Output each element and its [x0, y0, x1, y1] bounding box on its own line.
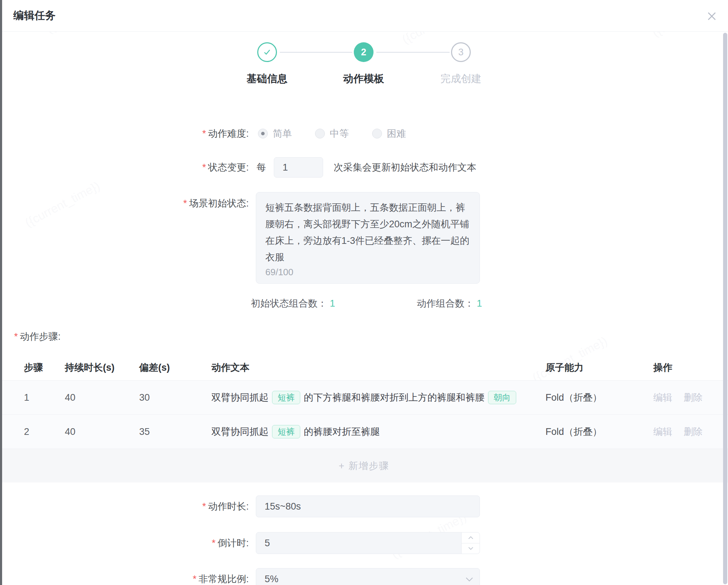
cell-action-text: 双臂协同抓起短裤的裤腰对折至裤腿 [211, 425, 545, 439]
unusual-ratio-row: *非常规比例: 5% [0, 568, 728, 585]
cell-deviation: 35 [139, 426, 211, 437]
action-steps-table: 步骤 持续时长(s) 偏差(s) 动作文本 原子能力 操作 1 40 30 双臂… [0, 355, 728, 482]
col-action-text: 动作文本 [211, 361, 545, 374]
add-step-row: + 新增步骤 [0, 449, 728, 482]
step2-circle: 2 [354, 42, 374, 62]
radio-selected-icon [258, 129, 268, 138]
dialog-body: 2 3 基础信息 动作模板 完成创建 *动作难度: 简单 中等 困难 *状态变更… [0, 42, 728, 585]
decrement-icon[interactable] [462, 543, 480, 554]
radio-icon [315, 129, 325, 138]
action-combo-count: 动作组合数：1 [417, 297, 482, 310]
char-counter: 69/100 [265, 267, 294, 278]
table-row: 1 40 30 双臂协同抓起短裤的下方裤腿和裤腰对折到上方的裤腿和裤腰朝向 Fo… [0, 381, 728, 415]
stepper: 2 3 基础信息 动作模板 完成创建 [0, 42, 728, 92]
col-atomic-ability: 原子能力 [545, 361, 653, 374]
step2-label: 动作模板 [318, 72, 409, 86]
unusual-ratio-label: *非常规比例: [0, 573, 249, 585]
action-steps-section-label: *动作步骤: [0, 330, 728, 344]
step1-done-check-icon [257, 42, 277, 62]
action-combo-value: 1 [477, 298, 482, 309]
table-header-row: 步骤 持续时长(s) 偏差(s) 动作文本 原子能力 操作 [0, 355, 728, 381]
object-tag: 短裤 [272, 425, 300, 439]
cell-duration: 40 [65, 426, 139, 437]
cell-deviation: 30 [139, 392, 211, 403]
step-connector [280, 52, 352, 53]
increment-icon[interactable] [462, 532, 480, 543]
add-step-button[interactable]: + 新增步骤 [339, 460, 389, 472]
state-change-prefix: 每 [257, 161, 266, 174]
step3-circle: 3 [451, 42, 471, 62]
orientation-tag: 朝向 [488, 391, 516, 405]
dialog-header: 编辑任务 [0, 0, 728, 32]
cell-atomic-ability: Fold（折叠） [545, 391, 653, 404]
state-change-input[interactable]: 1 [274, 157, 323, 178]
required-asterisk: * [193, 574, 197, 584]
table-row: 2 40 35 双臂协同抓起短裤的裤腰对折至裤腿 Fold（折叠） 编辑删除 [0, 415, 728, 449]
step3-label: 完成创建 [415, 72, 507, 86]
page-edge-strip [0, 0, 2, 585]
initial-state-value: 短裤五条数据背面朝上，五条数据正面朝上，裤腰朝右，离头部视野下方至少20cm之外… [265, 199, 470, 266]
countdown-label: *倒计时: [0, 537, 249, 549]
difficulty-row: *动作难度: 简单 中等 困难 [0, 126, 728, 141]
initial-state-label: *场景初始状态: [0, 197, 249, 210]
cell-action-text: 双臂协同抓起短裤的下方裤腿和裤腰对折到上方的裤腿和裤腰朝向 [211, 391, 545, 405]
col-duration: 持续时长(s) [65, 361, 139, 374]
state-change-suffix: 次采集会更新初始状态和动作文本 [334, 161, 476, 174]
initial-state-row: *场景初始状态: 短裤五条数据背面朝上，五条数据正面朝上，裤腰朝右，离头部视野下… [0, 192, 728, 284]
col-step: 步骤 [24, 361, 65, 374]
edit-link[interactable]: 编辑 [653, 426, 672, 437]
cell-step: 1 [24, 392, 65, 403]
state-change-label: *状态变更: [0, 161, 249, 174]
required-asterisk: * [183, 198, 187, 209]
radio-medium[interactable]: 中等 [315, 127, 349, 140]
required-asterisk: * [202, 128, 206, 139]
cell-step: 2 [24, 426, 65, 437]
step-connector [376, 52, 450, 53]
required-asterisk: * [212, 538, 216, 548]
cell-duration: 40 [65, 392, 139, 403]
countdown-input[interactable]: 5 [256, 532, 480, 554]
number-stepper [461, 532, 480, 554]
unusual-ratio-select[interactable]: 5% [256, 568, 480, 585]
radio-icon [372, 129, 382, 138]
object-tag: 短裤 [272, 391, 300, 405]
dialog-title: 编辑任务 [13, 8, 56, 23]
required-asterisk: * [14, 331, 18, 342]
radio-easy[interactable]: 简单 [258, 127, 292, 140]
step1-label: 基础信息 [221, 72, 313, 86]
col-operation: 操作 [653, 361, 728, 374]
required-asterisk: * [202, 501, 206, 512]
delete-link[interactable]: 删除 [684, 392, 703, 403]
cell-atomic-ability: Fold（折叠） [545, 425, 653, 438]
col-deviation: 偏差(s) [139, 361, 211, 374]
scrollbar-thumb[interactable] [723, 33, 727, 584]
cell-operations: 编辑删除 [653, 391, 728, 404]
state-change-row: *状态变更: 每 1 次采集会更新初始状态和动作文本 [0, 157, 728, 178]
edit-link[interactable]: 编辑 [653, 392, 672, 403]
countdown-row: *倒计时: 5 [0, 532, 728, 554]
close-icon[interactable] [705, 9, 719, 23]
action-duration-label: *动作时长: [0, 500, 249, 513]
action-duration-input[interactable]: 15s~80s [256, 495, 480, 517]
initial-combo-value: 1 [330, 298, 335, 309]
cell-operations: 编辑删除 [653, 425, 728, 438]
difficulty-label: *动作难度: [0, 127, 249, 140]
combination-counts-row: 初始状态组合数：1 动作组合数：1 [0, 297, 728, 310]
initial-combo-count: 初始状态组合数：1 [251, 297, 335, 310]
delete-link[interactable]: 删除 [684, 426, 703, 437]
chevron-down-icon [465, 574, 473, 585]
required-asterisk: * [202, 162, 206, 173]
radio-hard[interactable]: 困难 [372, 127, 406, 140]
initial-state-textarea[interactable]: 短裤五条数据背面朝上，五条数据正面朝上，裤腰朝右，离头部视野下方至少20cm之外… [256, 192, 480, 284]
action-duration-row: *动作时长: 15s~80s [0, 495, 728, 517]
